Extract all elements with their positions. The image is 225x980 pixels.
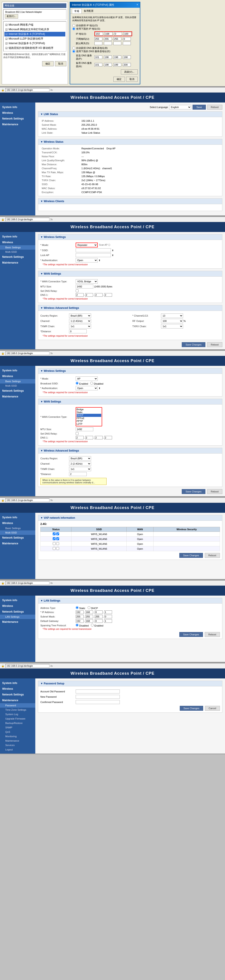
lang-select[interactable]: English 中文 [169,105,191,109]
sidebar-system-info-2[interactable]: System info [0,104,35,110]
new-password-input-7[interactable] [76,695,120,699]
gw-oct1-6[interactable] [76,619,84,623]
sidebar-system-info-3[interactable]: System info [0,234,35,239]
address-input-3[interactable] [5,218,49,221]
sidebar-basic-settings-3[interactable]: Basic Settings [0,245,35,250]
sidebar-network-settings-2[interactable]: Network Settings [0,116,35,121]
dns-relay-checkbox-3[interactable] [76,290,79,292]
chan13-select-3[interactable]: 13 [161,313,183,318]
old-password-input-7[interactable] [76,689,120,694]
save-changes-btn-4[interactable]: Save Changes [182,489,205,494]
distance-input-4[interactable] [69,472,87,476]
cancel-btn-7[interactable]: Cancel [205,706,220,711]
sidebar-timezone-7[interactable]: Time Zone Settings [0,708,35,712]
net-item-1[interactable]: ☑ Microsoft 网络客户端 [5,22,65,27]
confirm-password-input-7[interactable] [76,700,120,704]
sub-oct2-6[interactable] [85,615,93,618]
tab-alternate[interactable]: 备用配置 [82,9,96,13]
vap-enable-4[interactable] [56,547,59,550]
net-item-4[interactable]: ☑ 链路层拓扑发现映射程序 I/O 驱动程序 [5,46,65,50]
net-item-2[interactable]: ☑ Microsoft 网络的文件和打印机共享 [5,27,65,32]
sidebar-wireless-3[interactable]: Wireless [0,239,35,245]
rf-select-3[interactable]: 100 [161,319,183,323]
distance-input-3[interactable] [69,329,87,333]
sidebar-wireless-4[interactable]: Wireless [0,373,35,379]
ok-btn[interactable]: 确定 [42,61,54,66]
sidebar-upgrade-7[interactable]: Upgrade Firmware [0,716,35,721]
sidebar-multi-ssid-5[interactable]: Multi-SSID [0,530,35,535]
dns1-oct4-3[interactable] [104,293,112,297]
lockap-btn[interactable]: ⬆ [112,254,114,256]
gw-oct1[interactable] [94,41,102,45]
sidebar-backup-7[interactable]: Backup/Restore [0,721,35,725]
reboot-btn-2[interactable]: Reboot [207,105,222,110]
gw-oct4-6[interactable] [104,619,112,623]
dns1-oct3-3[interactable] [95,293,103,297]
sidebar-qos-7[interactable]: QoS [0,730,35,734]
sub-oct3[interactable] [113,37,121,41]
dialog-ok-btn[interactable]: 确定 [113,77,125,82]
dns1-oct2-4[interactable] [85,436,93,439]
sub-oct3-6[interactable] [95,615,103,618]
sidebar-maintenance-7[interactable]: Maintenance [0,697,35,703]
save-btn-2[interactable]: Save [193,105,206,110]
sidebar-snmp-7[interactable]: SNMP [0,725,35,730]
cancel-btn[interactable]: 取消 [55,61,67,66]
sidebar-syslog-7[interactable]: System Log [0,712,35,716]
sidebar-system-info-5[interactable]: System info [0,514,35,520]
vap-enable-2[interactable] [56,537,59,540]
sidebar-monitoring-7[interactable]: Monitoring [0,734,35,738]
auth-select-4[interactable]: Open [76,386,98,390]
sidebar-wireless-6[interactable]: Wireless [0,603,35,609]
sidebar-network-settings-4[interactable]: Network Settings [0,388,35,394]
sidebar-system-info-4[interactable]: System info [0,368,35,373]
gw-oct3-6[interactable] [95,619,103,623]
adns-oct4[interactable] [123,63,131,67]
tab-general[interactable]: 常规 [72,9,82,13]
ip-oct3-6[interactable] [95,610,103,614]
sidebar-network-settings-5[interactable]: Network Settings [0,535,35,541]
reboot-btn-3[interactable]: Reboot [207,342,222,347]
ip-oct4[interactable] [124,32,132,35]
address-input-6[interactable] [5,581,49,585]
save-changes-btn-7[interactable]: Save Changes [180,706,203,711]
auth-select-3[interactable]: Open WPA-PSK WPA2-PSK [76,258,98,262]
vap-enable-1[interactable] [56,532,59,535]
txmr-select-4[interactable]: 1x1 [69,467,91,471]
mtu-input-3[interactable] [76,285,93,288]
lockap-input-3[interactable] [76,253,111,257]
scan-btn[interactable]: Scan AP ⓘ [99,243,110,247]
sidebar-basic-settings-5[interactable]: Basic Settings [0,526,35,530]
dns1-oct3-4[interactable] [95,436,103,439]
ip-oct2[interactable] [105,32,112,35]
sidebar-wireless-7[interactable]: Wireless [0,686,35,692]
ip-oct1[interactable] [95,32,103,35]
sidebar-network-settings-3[interactable]: Network Settings [0,254,35,260]
wan-type-select-3[interactable]: VDSL Bridge [76,279,98,284]
net-item-ipv6[interactable]: ☑ Internet 协议版本 6 (TCP/IPv6) [5,41,65,46]
txmr-select-3[interactable]: 1x1 [69,324,91,329]
gw-oct2[interactable] [104,41,112,45]
country-select-4[interactable]: Brazil (BR) [69,456,91,461]
ip-address-highlighted[interactable]: . . . [94,31,132,36]
manual-ip-radio[interactable]: 使用下面的 IP 地址(S): [72,27,138,30]
sidebar-maintenance-5[interactable]: Maintenance [0,541,35,546]
channel-select-4[interactable]: 2 (2.4GHz) [69,461,91,466]
net-item-ipv4[interactable]: ☑ Internet 协议版本 4 (TCP/IPv4) [5,32,65,37]
advanced-btn[interactable]: 高级(V)... [121,69,138,75]
sidebar-services-7[interactable]: Services [0,743,35,748]
pdns-oct4[interactable] [123,56,131,59]
adns-oct3[interactable] [113,63,121,67]
ssid-input-3[interactable] [76,248,111,252]
gw-oct4[interactable] [123,41,131,45]
save-changes-btn-3[interactable]: Save Changes [182,342,205,347]
ssid-disabled-radio-4[interactable] [90,382,93,385]
sidebar-maintenance-sub-7[interactable]: Maintenance [0,738,35,743]
sidebar-wireless-5[interactable]: Wireless [0,520,35,526]
address-input-2[interactable] [5,88,49,92]
vap-status-2[interactable] [53,537,55,540]
dns1-oct1-4[interactable] [76,436,84,439]
dns1-oct1-3[interactable] [76,293,84,297]
sidebar-multi-ssid-4[interactable]: Multi-SSID [0,383,35,388]
manual-dns-radio[interactable]: 使用下面的 DNS 服务器地址(E): [72,50,138,53]
